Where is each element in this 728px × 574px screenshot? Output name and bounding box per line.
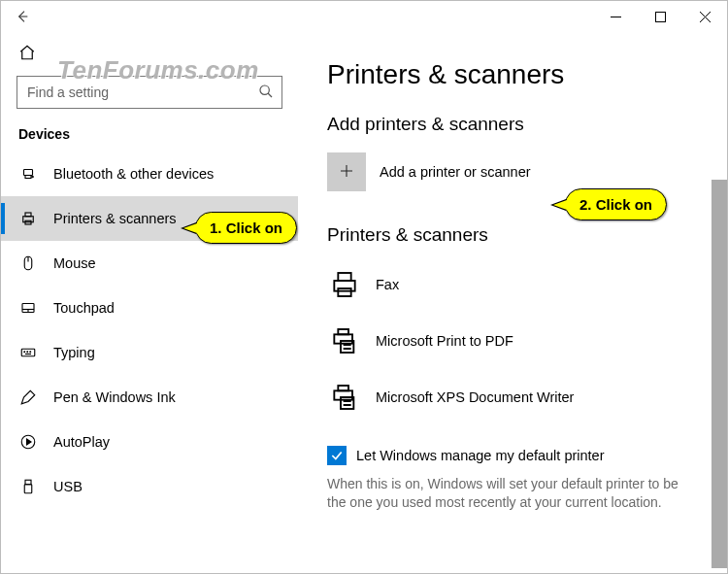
content-area: Find a setting Devices Bluetooth & other… bbox=[1, 32, 727, 573]
add-button[interactable] bbox=[327, 152, 366, 191]
home-button[interactable] bbox=[1, 38, 298, 76]
default-printer-description: When this is on, Windows will set your d… bbox=[327, 475, 696, 512]
mouse-icon bbox=[18, 253, 38, 273]
svg-point-13 bbox=[30, 352, 31, 353]
minimize-button[interactable] bbox=[593, 1, 638, 32]
usb-icon bbox=[18, 477, 38, 496]
pen-icon bbox=[18, 388, 38, 407]
typing-icon bbox=[18, 343, 38, 362]
printer-doc-icon bbox=[327, 380, 362, 415]
printer-doc-icon bbox=[327, 323, 362, 358]
checkbox-label: Let Windows manage my default printer bbox=[356, 448, 605, 463]
callout-2: 2. Click on bbox=[565, 188, 667, 220]
nav-label: Touchpad bbox=[53, 300, 115, 316]
nav-label: AutoPlay bbox=[53, 434, 110, 450]
main-panel: Printers & scanners Add printers & scann… bbox=[298, 32, 727, 573]
printer-item-pdf[interactable]: Microsoft Print to PDF bbox=[327, 320, 700, 362]
sidebar-item-autoplay[interactable]: AutoPlay bbox=[1, 420, 298, 464]
svg-rect-2 bbox=[24, 170, 33, 176]
printer-item-xps[interactable]: Microsoft XPS Document Writer bbox=[327, 376, 700, 419]
fax-icon bbox=[327, 267, 362, 302]
sidebar-item-pen[interactable]: Pen & Windows Ink bbox=[1, 375, 298, 420]
printer-label: Microsoft Print to PDF bbox=[376, 333, 513, 349]
svg-point-1 bbox=[260, 85, 269, 94]
printer-label: Fax bbox=[376, 277, 399, 292]
printers-section-title: Printers & scanners bbox=[327, 224, 700, 246]
svg-point-4 bbox=[32, 176, 34, 178]
printer-icon bbox=[18, 209, 38, 228]
svg-rect-6 bbox=[25, 213, 31, 217]
titlebar bbox=[1, 1, 727, 32]
svg-rect-10 bbox=[21, 349, 35, 356]
svg-rect-20 bbox=[334, 334, 352, 343]
svg-rect-19 bbox=[338, 288, 350, 296]
printer-label: Microsoft XPS Document Writer bbox=[376, 389, 574, 405]
settings-window: Find a setting Devices Bluetooth & other… bbox=[0, 0, 728, 574]
sidebar-item-touchpad[interactable]: Touchpad bbox=[1, 286, 298, 330]
sidebar-item-typing[interactable]: Typing bbox=[1, 330, 298, 375]
add-label: Add a printer or scanner bbox=[380, 164, 531, 180]
sidebar-item-bluetooth[interactable]: Bluetooth & other devices bbox=[1, 152, 298, 196]
add-printer-row[interactable]: Add a printer or scanner bbox=[327, 152, 700, 191]
callout-1: 1. Click on bbox=[195, 212, 297, 244]
nav-label: Printers & scanners bbox=[53, 211, 177, 226]
svg-point-12 bbox=[27, 352, 28, 353]
svg-rect-5 bbox=[23, 217, 34, 222]
svg-rect-16 bbox=[24, 485, 32, 493]
category-header: Devices bbox=[1, 126, 298, 152]
default-printer-checkbox-row[interactable]: Let Windows manage my default printer bbox=[327, 446, 700, 465]
svg-rect-18 bbox=[338, 273, 350, 281]
scrollbar-thumb[interactable] bbox=[711, 180, 727, 568]
nav-label: Mouse bbox=[53, 255, 96, 271]
add-section-title: Add printers & scanners bbox=[327, 114, 700, 135]
bluetooth-icon bbox=[18, 164, 38, 184]
svg-rect-21 bbox=[338, 329, 348, 334]
svg-rect-0 bbox=[655, 12, 665, 21]
nav-label: Typing bbox=[53, 345, 95, 360]
svg-rect-24 bbox=[338, 386, 348, 390]
search-placeholder: Find a setting bbox=[27, 84, 258, 100]
svg-point-11 bbox=[24, 352, 25, 353]
close-button[interactable] bbox=[682, 1, 727, 32]
autoplay-icon bbox=[18, 432, 38, 452]
touchpad-icon bbox=[18, 298, 38, 318]
plus-icon bbox=[338, 162, 355, 183]
nav-list: Bluetooth & other devices Printers & sca… bbox=[1, 152, 298, 509]
back-button[interactable] bbox=[9, 3, 36, 30]
window-controls bbox=[593, 1, 727, 32]
nav-label: USB bbox=[53, 479, 83, 494]
sidebar: Find a setting Devices Bluetooth & other… bbox=[1, 32, 298, 573]
maximize-button[interactable] bbox=[638, 1, 682, 32]
svg-rect-3 bbox=[25, 176, 31, 179]
nav-label: Bluetooth & other devices bbox=[53, 166, 214, 182]
sidebar-item-mouse[interactable]: Mouse bbox=[1, 241, 298, 286]
svg-rect-15 bbox=[25, 480, 31, 485]
checkbox-checked[interactable] bbox=[327, 446, 347, 465]
search-icon bbox=[258, 84, 274, 102]
svg-rect-23 bbox=[334, 390, 352, 399]
sidebar-item-usb[interactable]: USB bbox=[1, 464, 298, 509]
nav-label: Pen & Windows Ink bbox=[53, 389, 176, 405]
page-title: Printers & scanners bbox=[327, 59, 700, 90]
search-input[interactable]: Find a setting bbox=[17, 76, 282, 109]
printer-list: Fax Microsoft Print to PDF bbox=[327, 263, 700, 419]
scrollbar[interactable] bbox=[711, 32, 727, 573]
printer-item-fax[interactable]: Fax bbox=[327, 263, 700, 306]
